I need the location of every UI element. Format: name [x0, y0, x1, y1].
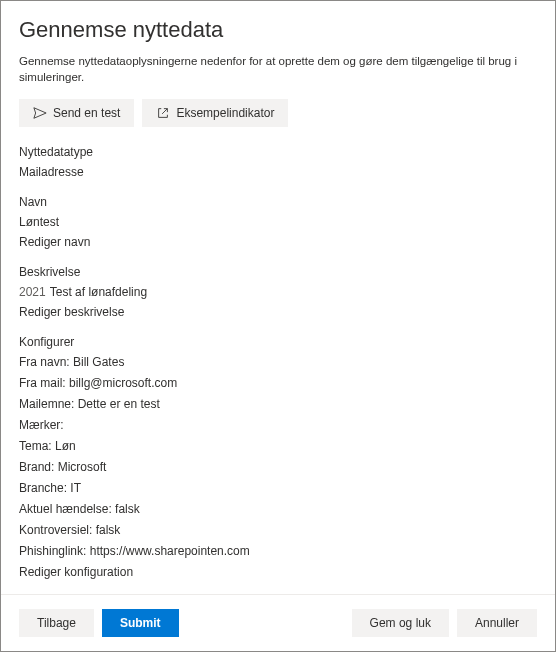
- config-branch: Branche: IT: [19, 481, 537, 495]
- example-indicator-label: Eksempelindikator: [176, 106, 274, 120]
- description-section: Beskrivelse 2021 Test af lønafdeling Red…: [19, 265, 537, 319]
- edit-configuration-link[interactable]: Rediger konfiguration: [19, 565, 537, 579]
- config-from-name: Fra navn: Bill Gates: [19, 355, 537, 369]
- page-subtitle: Gennemse nyttedataoplysningerne nedenfor…: [19, 53, 537, 85]
- name-value: Løntest: [19, 215, 537, 229]
- config-phishing-link: Phishinglink: https://www.sharepointen.c…: [19, 544, 537, 558]
- description-label: Beskrivelse: [19, 265, 537, 279]
- example-indicator-button[interactable]: Eksempelindikator: [142, 99, 288, 127]
- edit-name-link[interactable]: Rediger navn: [19, 235, 537, 249]
- config-theme: Tema: Løn: [19, 439, 537, 453]
- send-icon: [33, 106, 47, 120]
- description-year: 2021: [19, 285, 46, 299]
- config-tags: Mærker:: [19, 418, 537, 432]
- payload-type-value: Mailadresse: [19, 165, 537, 179]
- external-link-icon: [156, 106, 170, 120]
- action-row: Send en test Eksempelindikator: [19, 99, 537, 127]
- payload-type-section: Nyttedatatype Mailadresse: [19, 145, 537, 179]
- cancel-button[interactable]: Annuller: [457, 609, 537, 637]
- name-section: Navn Løntest Rediger navn: [19, 195, 537, 249]
- footer: Tilbage Submit Gem og luk Annuller: [1, 594, 555, 651]
- configure-label: Konfigurer: [19, 335, 537, 349]
- configure-section: Konfigurer Fra navn: Bill Gates Fra mail…: [19, 335, 537, 585]
- name-label: Navn: [19, 195, 537, 209]
- config-brand: Brand: Microsoft: [19, 460, 537, 474]
- back-button[interactable]: Tilbage: [19, 609, 94, 637]
- submit-button[interactable]: Submit: [102, 609, 179, 637]
- edit-description-link[interactable]: Rediger beskrivelse: [19, 305, 537, 319]
- save-close-button[interactable]: Gem og luk: [352, 609, 449, 637]
- config-from-mail: Fra mail: billg@microsoft.com: [19, 376, 537, 390]
- send-test-button[interactable]: Send en test: [19, 99, 134, 127]
- config-current-event: Aktuel hændelse: falsk: [19, 502, 537, 516]
- page-title: Gennemse nyttedata: [19, 17, 537, 43]
- payload-type-label: Nyttedatatype: [19, 145, 537, 159]
- send-test-label: Send en test: [53, 106, 120, 120]
- description-value: Test af lønafdeling: [50, 285, 147, 299]
- config-controversial: Kontroversiel: falsk: [19, 523, 537, 537]
- config-mail-subject: Mailemne: Dette er en test: [19, 397, 537, 411]
